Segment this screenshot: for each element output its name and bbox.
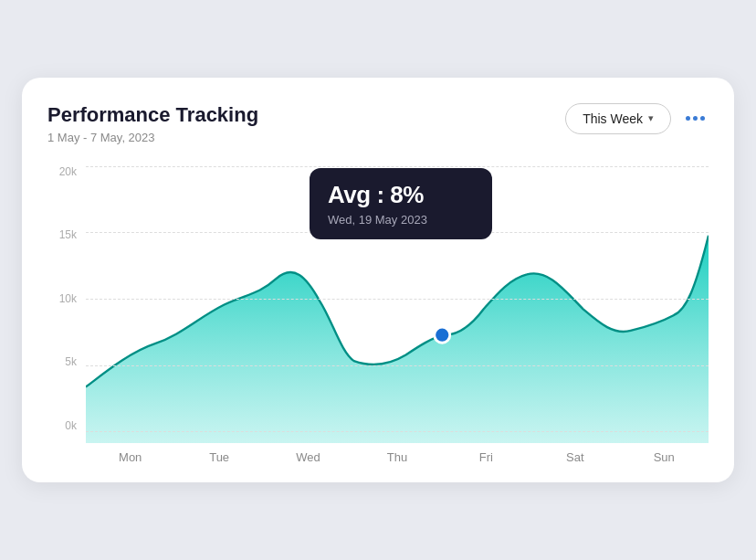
- header-actions: This Week ▾: [565, 103, 709, 134]
- dot-2: [693, 116, 698, 121]
- y-label: 5k: [65, 356, 77, 367]
- chevron-down-icon: ▾: [648, 112, 654, 124]
- title-block: Performance Tracking 1 May - 7 May, 2023: [47, 103, 258, 144]
- card-subtitle: 1 May - 7 May, 2023: [47, 131, 258, 144]
- y-label: 20k: [59, 166, 77, 177]
- period-label: This Week: [583, 111, 643, 126]
- y-label: 0k: [65, 420, 77, 431]
- y-label: 10k: [59, 293, 77, 304]
- chart-area: Avg : 8% Wed, 19 May 2023 MonTueWedThuFr…: [86, 166, 709, 464]
- y-label: 15k: [59, 229, 77, 240]
- x-label: Sun: [620, 450, 709, 464]
- x-label: Tue: [174, 450, 263, 464]
- dot-3: [700, 116, 705, 121]
- x-axis: MonTueWedThuFriSatSun: [86, 450, 709, 464]
- performance-card: Performance Tracking 1 May - 7 May, 2023…: [22, 78, 734, 482]
- x-label: Wed: [264, 450, 352, 464]
- y-axis: 20k15k10k5k0k: [47, 166, 82, 431]
- x-label: Mon: [86, 450, 174, 464]
- x-label: Thu: [352, 450, 441, 464]
- more-options-button[interactable]: [682, 112, 709, 124]
- data-point-circle: [435, 327, 450, 343]
- x-label: Fri: [442, 450, 530, 464]
- chart-svg: [86, 166, 709, 443]
- x-label: Sat: [530, 450, 619, 464]
- chart-wrapper: 20k15k10k5k0k: [47, 166, 709, 464]
- card-header: Performance Tracking 1 May - 7 May, 2023…: [47, 103, 709, 144]
- card-title: Performance Tracking: [47, 103, 258, 127]
- period-button[interactable]: This Week ▾: [565, 103, 671, 134]
- dot-1: [686, 116, 690, 121]
